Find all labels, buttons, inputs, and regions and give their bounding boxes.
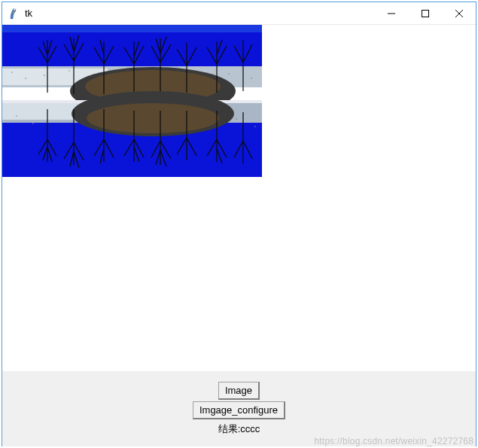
window-frame: tk xyxy=(2,2,476,446)
image-configure-button[interactable]: Imgage_configure xyxy=(193,401,285,419)
svg-rect-24 xyxy=(236,118,237,120)
svg-point-15 xyxy=(87,103,219,133)
svg-rect-21 xyxy=(251,78,252,79)
svg-rect-20 xyxy=(228,73,230,75)
displayed-image xyxy=(2,25,262,177)
content-area: Image Imgage_configure 结果:cccc xyxy=(2,25,476,446)
window-title: tk xyxy=(25,8,32,19)
svg-rect-5 xyxy=(2,25,262,32)
result-label: 结果:cccc xyxy=(218,422,260,436)
svg-rect-16 xyxy=(11,72,13,73)
svg-rect-22 xyxy=(16,115,17,117)
close-button[interactable] xyxy=(442,2,476,24)
svg-rect-1 xyxy=(422,10,428,17)
image-button[interactable]: Image xyxy=(218,382,260,400)
titlebar[interactable]: tk xyxy=(2,2,476,25)
bottom-panel: Image Imgage_configure 结果:cccc xyxy=(2,371,476,446)
window-controls xyxy=(374,2,476,25)
maximize-button[interactable] xyxy=(408,2,442,24)
svg-rect-25 xyxy=(254,126,256,127)
minimize-button[interactable] xyxy=(374,2,408,24)
svg-rect-23 xyxy=(32,123,34,124)
svg-rect-18 xyxy=(44,75,45,76)
svg-rect-19 xyxy=(69,70,70,72)
app-icon xyxy=(8,8,20,20)
svg-rect-17 xyxy=(25,78,26,79)
